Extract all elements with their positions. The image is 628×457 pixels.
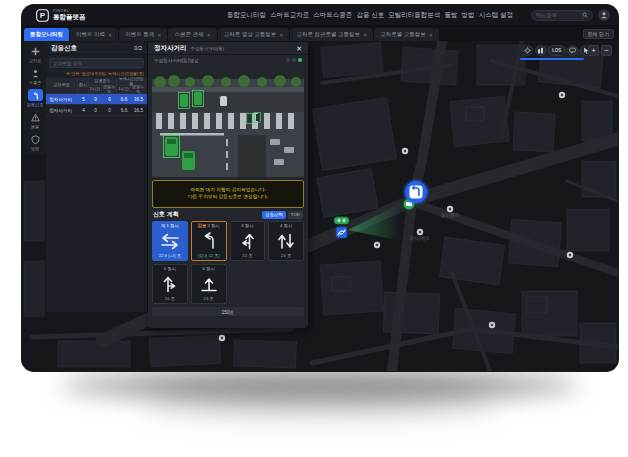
phase-card-4[interactable]: 4 현시25 초 [268, 221, 304, 261]
svg-text:경아렌즈: 경아렌즈 [440, 212, 460, 219]
user-avatar[interactable] [598, 9, 610, 21]
menu-search[interactable] [531, 10, 593, 21]
map-controls: LOS [522, 45, 591, 56]
close-all-tabs-button[interactable]: 전체 닫기 [583, 29, 614, 39]
monitor-frame: P PINTEL 통합플랫폼 통합모니터링스마트교차로스마트스쿨존감응 신호모빌… [22, 5, 618, 371]
menu-item-6[interactable]: 돌발 [444, 11, 457, 20]
phase-card-5[interactable]: 5 현시16 초 [152, 264, 188, 304]
phase-arrow-icon-ns-left [231, 228, 265, 254]
table-cell: 6.6 [117, 94, 131, 104]
shield-icon [28, 133, 43, 145]
phase-card-1[interactable]: 제 1 현시22.8 (+4) 초 [152, 221, 188, 261]
table-cell: 16.5 [131, 94, 146, 104]
cctv-video-feed [152, 65, 304, 177]
signal-table-row-2[interactable]: 정자사거리4006.616.5 [46, 105, 147, 116]
tab-close-icon[interactable]: ✕ [429, 32, 433, 38]
menu-item-3[interactable]: 스마트스쿨존 [313, 11, 352, 20]
camera-label: 수성동사거리(동)영상 [154, 58, 198, 63]
tab-close-icon[interactable]: ✕ [207, 32, 211, 38]
plan-button-감응선택[interactable]: 감응선택 [262, 211, 286, 219]
cctv-marker[interactable] [334, 217, 349, 238]
cycle-total: 150초 [152, 307, 304, 316]
tab-5[interactable]: 교차로 영상 교통정보✕ [218, 28, 290, 41]
table-cell: 0 [89, 94, 102, 104]
phase-arrow-icon-t-junction [192, 271, 226, 297]
signal-table-row-1[interactable]: 정자사거리5006.616.5 [46, 94, 147, 105]
table-cell: 16.5 [131, 105, 146, 115]
tab-4[interactable]: 스쿨존 관제✕ [168, 28, 216, 41]
sidebar-item-스쿨존[interactable]: 스쿨존 [24, 66, 46, 86]
signal-table-header: 교차로명현시감응횟수녹색시간연장율1시간금일누적1시간금일누적 [46, 78, 147, 94]
column-header: 1시간 [117, 86, 131, 94]
main-menu: 통합모니터링스마트교차로스마트스쿨존감응 신호모빌리티통합분석돌발방범시스템 설… [227, 11, 513, 20]
tab-1[interactable]: 통합모니터링 [24, 28, 69, 41]
menu-item-7[interactable]: 방범 [462, 11, 475, 20]
actuated-signal-marker[interactable] [403, 179, 429, 205]
menu-item-5[interactable]: 모빌리티통합분석 [388, 11, 440, 20]
brand-logo-icon: P [36, 9, 49, 22]
tab-label: 교차로 영상 교통정보 [224, 31, 277, 38]
intersection-search[interactable] [49, 58, 144, 68]
top-header: P PINTEL 통합플랫폼 통합모니터링스마트교차로스마트스쿨존감응 신호모빌… [22, 5, 618, 26]
column-header: 1시간 [89, 86, 102, 94]
tab-label: 스쿨존 관제 [174, 31, 203, 38]
map-control-los[interactable]: LOS [548, 45, 565, 56]
app-logo[interactable]: P PINTEL 통합플랫폼 [36, 9, 86, 22]
phase-time: 23 초 [192, 297, 226, 303]
camera-indicator-2[interactable] [292, 58, 296, 62]
tab-close-icon[interactable]: ✕ [157, 32, 161, 38]
module-sidebar: 교차로스쿨존감응신호돌발방범 [24, 42, 46, 155]
tab-close-icon[interactable]: ✕ [279, 32, 283, 38]
popup-title: 정자사거리 [154, 44, 187, 53]
sidebar-item-label: 돌발 [31, 124, 39, 129]
phase-grid: 제 1 현시22.8 (+4) 초감응 2 현시(최대 42 초)3 현시22 … [152, 221, 304, 304]
mockup-stage: P PINTEL 통합플랫폼 통합모니터링스마트교차로스마트스쿨존감응 신호모빌… [0, 0, 628, 457]
zoom-out-button[interactable]: − [601, 45, 612, 56]
camera-indicator-3[interactable] [298, 58, 302, 62]
tab-7[interactable]: 교차로별 교통정보✕ [374, 28, 439, 41]
menu-item-1[interactable]: 통합모니터링 [227, 11, 266, 20]
menu-item-4[interactable]: 감응 신호 [356, 11, 384, 20]
tab-close-icon[interactable]: ✕ [108, 32, 112, 38]
tab-label: 이벤트 이력 [76, 31, 105, 38]
phase-arrow-icon-left-turn [192, 228, 226, 254]
phase-card-6[interactable]: 6 현시23 초 [191, 264, 227, 304]
popup-subtitle: 수성동사거리(동) [191, 46, 225, 51]
sidebar-item-방범[interactable]: 방범 [24, 132, 46, 152]
tab-6[interactable]: 교차로 접근로별 교통정보✕ [290, 28, 373, 41]
map-control-crosshair-icon[interactable] [522, 45, 533, 56]
column-header: 교차로명 [46, 78, 78, 94]
phase-card-3[interactable]: 3 현시22 초 [230, 221, 266, 261]
sidebar-item-감응신호[interactable]: 감응신호 [24, 88, 46, 108]
column-header: 금일누적 [131, 86, 146, 94]
table-cell: 정자사거리 [46, 94, 78, 104]
map-control-chat-icon[interactable] [567, 45, 578, 56]
tab-close-icon[interactable]: ✕ [363, 32, 367, 38]
intersection-search-input[interactable] [53, 61, 140, 66]
camera-indicator-1[interactable] [286, 58, 290, 62]
map-poi [559, 92, 565, 98]
map-poi [567, 252, 573, 258]
table-cell: 정자사거리 [46, 105, 78, 115]
app-window: P PINTEL 통합플랫폼 통합모니터링스마트교차로스마트스쿨존감응 신호모빌… [22, 5, 618, 371]
zoom-in-button[interactable]: + [588, 45, 599, 56]
map-control-buildings-icon[interactable] [535, 45, 546, 56]
tab-3[interactable]: 이벤트 통계✕ [119, 28, 167, 41]
close-icon[interactable]: ✕ [296, 45, 302, 52]
signal-plan-title: 신호 계획 [153, 210, 179, 219]
column-header: 금일누적 [102, 86, 117, 94]
menu-item-8[interactable]: 시스템 설정 [479, 11, 513, 20]
phase-card-2[interactable]: 감응 2 현시(최대 42 초) [191, 221, 227, 261]
sidebar-item-교차로[interactable]: 교차로 [24, 44, 46, 64]
signal-table-body: 정자사거리5006.616.5정자사거리4006.616.5 [46, 94, 147, 116]
tab-2[interactable]: 이벤트 이력✕ [70, 28, 118, 41]
phase-time: 16 초 [153, 297, 187, 303]
warning-line-2: 다음 주기부터 감응신호로 변경됩니다. [188, 195, 268, 200]
menu-search-input[interactable] [536, 12, 582, 18]
table-cell: 4 [78, 105, 89, 115]
camera-indicators [286, 58, 302, 62]
plan-button-TOD[interactable]: TOD [288, 211, 303, 219]
column-header: 현시 [78, 78, 89, 94]
sidebar-item-돌발[interactable]: 돌발 [24, 110, 46, 130]
menu-item-2[interactable]: 스마트교차로 [270, 11, 309, 20]
